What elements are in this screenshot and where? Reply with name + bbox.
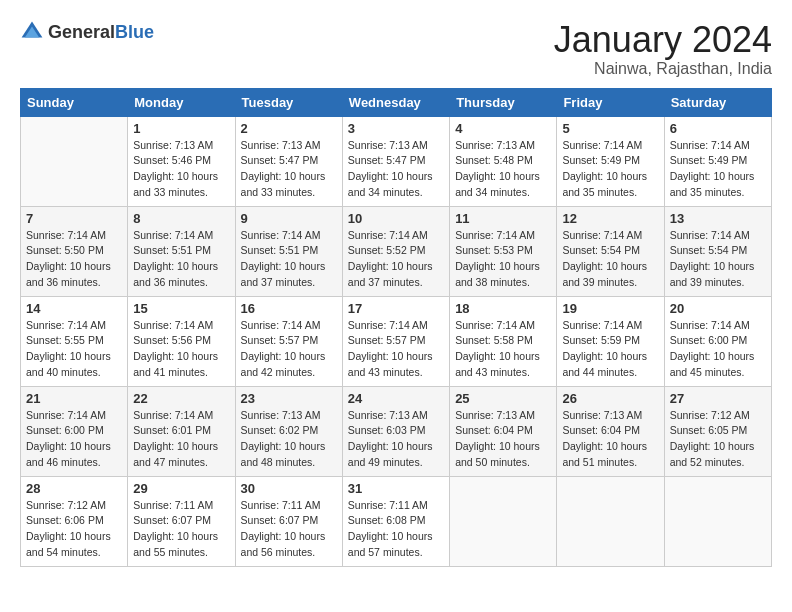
- day-header-monday: Monday: [128, 88, 235, 116]
- title-block: January 2024 Nainwa, Rajasthan, India: [554, 20, 772, 78]
- calendar-table: SundayMondayTuesdayWednesdayThursdayFrid…: [20, 88, 772, 567]
- day-number: 2: [241, 121, 337, 136]
- calendar-cell: 9Sunrise: 7:14 AM Sunset: 5:51 PM Daylig…: [235, 206, 342, 296]
- calendar-header-row: SundayMondayTuesdayWednesdayThursdayFrid…: [21, 88, 772, 116]
- day-number: 30: [241, 481, 337, 496]
- day-number: 19: [562, 301, 658, 316]
- location-title: Nainwa, Rajasthan, India: [554, 60, 772, 78]
- calendar-cell: 26Sunrise: 7:13 AM Sunset: 6:04 PM Dayli…: [557, 386, 664, 476]
- day-info: Sunrise: 7:14 AM Sunset: 5:57 PM Dayligh…: [241, 318, 337, 381]
- day-info: Sunrise: 7:13 AM Sunset: 6:03 PM Dayligh…: [348, 408, 444, 471]
- calendar-cell: 20Sunrise: 7:14 AM Sunset: 6:00 PM Dayli…: [664, 296, 771, 386]
- day-number: 29: [133, 481, 229, 496]
- day-number: 31: [348, 481, 444, 496]
- calendar-cell: 7Sunrise: 7:14 AM Sunset: 5:50 PM Daylig…: [21, 206, 128, 296]
- day-number: 18: [455, 301, 551, 316]
- calendar-cell: 30Sunrise: 7:11 AM Sunset: 6:07 PM Dayli…: [235, 476, 342, 566]
- day-info: Sunrise: 7:11 AM Sunset: 6:07 PM Dayligh…: [133, 498, 229, 561]
- day-info: Sunrise: 7:14 AM Sunset: 5:54 PM Dayligh…: [562, 228, 658, 291]
- day-info: Sunrise: 7:13 AM Sunset: 5:47 PM Dayligh…: [348, 138, 444, 201]
- logo: GeneralBlue: [20, 20, 154, 44]
- day-number: 22: [133, 391, 229, 406]
- calendar-cell: 18Sunrise: 7:14 AM Sunset: 5:58 PM Dayli…: [450, 296, 557, 386]
- day-number: 24: [348, 391, 444, 406]
- day-number: 8: [133, 211, 229, 226]
- day-info: Sunrise: 7:12 AM Sunset: 6:06 PM Dayligh…: [26, 498, 122, 561]
- calendar-cell: [557, 476, 664, 566]
- calendar-week-4: 21Sunrise: 7:14 AM Sunset: 6:00 PM Dayli…: [21, 386, 772, 476]
- calendar-cell: 22Sunrise: 7:14 AM Sunset: 6:01 PM Dayli…: [128, 386, 235, 476]
- day-header-thursday: Thursday: [450, 88, 557, 116]
- day-info: Sunrise: 7:14 AM Sunset: 5:58 PM Dayligh…: [455, 318, 551, 381]
- calendar-cell: 29Sunrise: 7:11 AM Sunset: 6:07 PM Dayli…: [128, 476, 235, 566]
- calendar-cell: 5Sunrise: 7:14 AM Sunset: 5:49 PM Daylig…: [557, 116, 664, 206]
- day-header-saturday: Saturday: [664, 88, 771, 116]
- calendar-cell: 4Sunrise: 7:13 AM Sunset: 5:48 PM Daylig…: [450, 116, 557, 206]
- day-info: Sunrise: 7:14 AM Sunset: 6:00 PM Dayligh…: [26, 408, 122, 471]
- calendar-cell: [21, 116, 128, 206]
- logo-icon: [20, 20, 44, 44]
- calendar-cell: 11Sunrise: 7:14 AM Sunset: 5:53 PM Dayli…: [450, 206, 557, 296]
- day-info: Sunrise: 7:13 AM Sunset: 5:46 PM Dayligh…: [133, 138, 229, 201]
- calendar-week-1: 1Sunrise: 7:13 AM Sunset: 5:46 PM Daylig…: [21, 116, 772, 206]
- calendar-week-2: 7Sunrise: 7:14 AM Sunset: 5:50 PM Daylig…: [21, 206, 772, 296]
- logo-text-blue: Blue: [115, 22, 154, 42]
- day-info: Sunrise: 7:14 AM Sunset: 5:54 PM Dayligh…: [670, 228, 766, 291]
- day-number: 16: [241, 301, 337, 316]
- calendar-cell: 25Sunrise: 7:13 AM Sunset: 6:04 PM Dayli…: [450, 386, 557, 476]
- day-number: 7: [26, 211, 122, 226]
- day-number: 12: [562, 211, 658, 226]
- day-number: 4: [455, 121, 551, 136]
- day-info: Sunrise: 7:14 AM Sunset: 5:53 PM Dayligh…: [455, 228, 551, 291]
- calendar-cell: 21Sunrise: 7:14 AM Sunset: 6:00 PM Dayli…: [21, 386, 128, 476]
- day-info: Sunrise: 7:11 AM Sunset: 6:07 PM Dayligh…: [241, 498, 337, 561]
- day-number: 3: [348, 121, 444, 136]
- day-info: Sunrise: 7:14 AM Sunset: 5:49 PM Dayligh…: [562, 138, 658, 201]
- calendar-cell: 23Sunrise: 7:13 AM Sunset: 6:02 PM Dayli…: [235, 386, 342, 476]
- day-number: 14: [26, 301, 122, 316]
- calendar-cell: 2Sunrise: 7:13 AM Sunset: 5:47 PM Daylig…: [235, 116, 342, 206]
- day-info: Sunrise: 7:14 AM Sunset: 5:55 PM Dayligh…: [26, 318, 122, 381]
- calendar-cell: 19Sunrise: 7:14 AM Sunset: 5:59 PM Dayli…: [557, 296, 664, 386]
- calendar-week-5: 28Sunrise: 7:12 AM Sunset: 6:06 PM Dayli…: [21, 476, 772, 566]
- day-info: Sunrise: 7:14 AM Sunset: 6:00 PM Dayligh…: [670, 318, 766, 381]
- day-number: 10: [348, 211, 444, 226]
- day-number: 26: [562, 391, 658, 406]
- calendar-cell: 24Sunrise: 7:13 AM Sunset: 6:03 PM Dayli…: [342, 386, 449, 476]
- day-number: 1: [133, 121, 229, 136]
- day-number: 11: [455, 211, 551, 226]
- day-info: Sunrise: 7:14 AM Sunset: 5:52 PM Dayligh…: [348, 228, 444, 291]
- day-number: 13: [670, 211, 766, 226]
- calendar-cell: [450, 476, 557, 566]
- day-header-tuesday: Tuesday: [235, 88, 342, 116]
- day-number: 23: [241, 391, 337, 406]
- calendar-cell: 12Sunrise: 7:14 AM Sunset: 5:54 PM Dayli…: [557, 206, 664, 296]
- calendar-cell: 28Sunrise: 7:12 AM Sunset: 6:06 PM Dayli…: [21, 476, 128, 566]
- calendar-cell: 31Sunrise: 7:11 AM Sunset: 6:08 PM Dayli…: [342, 476, 449, 566]
- calendar-cell: 10Sunrise: 7:14 AM Sunset: 5:52 PM Dayli…: [342, 206, 449, 296]
- calendar-cell: 1Sunrise: 7:13 AM Sunset: 5:46 PM Daylig…: [128, 116, 235, 206]
- logo-text-general: General: [48, 22, 115, 42]
- day-info: Sunrise: 7:14 AM Sunset: 5:51 PM Dayligh…: [133, 228, 229, 291]
- month-title: January 2024: [554, 20, 772, 60]
- calendar-cell: 27Sunrise: 7:12 AM Sunset: 6:05 PM Dayli…: [664, 386, 771, 476]
- day-info: Sunrise: 7:14 AM Sunset: 5:49 PM Dayligh…: [670, 138, 766, 201]
- calendar-cell: 16Sunrise: 7:14 AM Sunset: 5:57 PM Dayli…: [235, 296, 342, 386]
- calendar-cell: 15Sunrise: 7:14 AM Sunset: 5:56 PM Dayli…: [128, 296, 235, 386]
- day-number: 25: [455, 391, 551, 406]
- day-number: 15: [133, 301, 229, 316]
- calendar-cell: 13Sunrise: 7:14 AM Sunset: 5:54 PM Dayli…: [664, 206, 771, 296]
- day-info: Sunrise: 7:14 AM Sunset: 6:01 PM Dayligh…: [133, 408, 229, 471]
- day-info: Sunrise: 7:13 AM Sunset: 5:48 PM Dayligh…: [455, 138, 551, 201]
- day-header-wednesday: Wednesday: [342, 88, 449, 116]
- day-number: 5: [562, 121, 658, 136]
- day-info: Sunrise: 7:14 AM Sunset: 5:57 PM Dayligh…: [348, 318, 444, 381]
- day-number: 20: [670, 301, 766, 316]
- day-info: Sunrise: 7:14 AM Sunset: 5:56 PM Dayligh…: [133, 318, 229, 381]
- day-info: Sunrise: 7:14 AM Sunset: 5:51 PM Dayligh…: [241, 228, 337, 291]
- day-info: Sunrise: 7:11 AM Sunset: 6:08 PM Dayligh…: [348, 498, 444, 561]
- calendar-cell: 17Sunrise: 7:14 AM Sunset: 5:57 PM Dayli…: [342, 296, 449, 386]
- day-number: 28: [26, 481, 122, 496]
- day-info: Sunrise: 7:13 AM Sunset: 6:04 PM Dayligh…: [562, 408, 658, 471]
- day-number: 17: [348, 301, 444, 316]
